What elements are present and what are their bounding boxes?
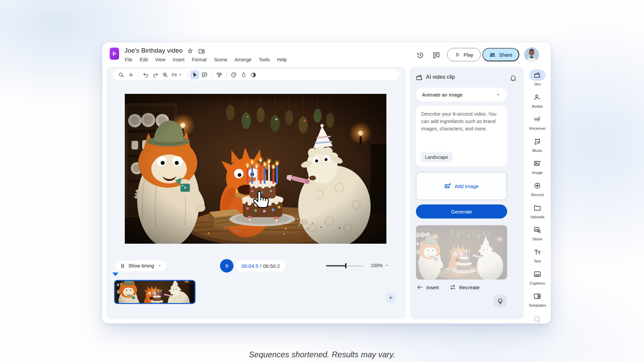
select-tool-icon[interactable] xyxy=(190,70,199,79)
menu-file[interactable]: File xyxy=(121,56,136,63)
vids-logo-icon[interactable] xyxy=(110,48,119,60)
rail-item-avatar[interactable]: Avatar xyxy=(524,92,551,108)
timeline-play-button[interactable] xyxy=(220,259,233,273)
toolbar-divider xyxy=(187,72,187,78)
redo-icon[interactable] xyxy=(151,70,160,79)
birthday-scene xyxy=(125,94,386,244)
music-icon xyxy=(529,136,545,147)
tip-icon xyxy=(497,298,504,305)
add-image-icon xyxy=(444,183,451,190)
paint-format-icon[interactable] xyxy=(215,70,224,79)
contrast-icon[interactable] xyxy=(249,70,258,79)
video-canvas[interactable] xyxy=(125,94,386,244)
rail-item-image[interactable]: Image xyxy=(524,158,551,175)
zoom-in-icon[interactable] xyxy=(161,70,170,79)
time-separator: / xyxy=(260,263,261,269)
editor-canvas-panel: Fit xyxy=(106,67,406,319)
page: Joe's Birthday video File Edit View Inse… xyxy=(0,0,644,362)
droplet-icon[interactable] xyxy=(239,70,248,79)
rail-item-uploads[interactable]: Uploads xyxy=(524,202,551,219)
add-scene-button[interactable] xyxy=(386,293,396,303)
avatar-tool-icon xyxy=(529,92,545,103)
edit-toolbar: Fit xyxy=(113,69,399,80)
fit-zoom-select[interactable]: Fit xyxy=(170,72,185,77)
prompt-card: Landscape xyxy=(416,106,507,167)
version-history-icon[interactable] xyxy=(416,51,425,60)
rail-item-templates[interactable]: Templates xyxy=(524,291,551,307)
record-icon xyxy=(529,180,545,191)
disclaimer-text: Sequences shortened. Results may vary. xyxy=(0,350,644,359)
menu-scene[interactable]: Scene xyxy=(210,56,231,63)
zoom-level-select[interactable]: 100% xyxy=(371,263,389,268)
add-icon[interactable] xyxy=(126,70,136,79)
document-title[interactable]: Joe's Birthday video xyxy=(124,47,182,54)
add-image-button[interactable]: Add image xyxy=(416,172,507,200)
menu-edit[interactable]: Edit xyxy=(136,56,152,63)
show-timing-icon xyxy=(120,263,125,269)
animation-mode-select[interactable]: Animate an image xyxy=(416,87,507,102)
app-window: Joe's Birthday video File Edit View Inse… xyxy=(102,43,551,323)
comments-icon[interactable] xyxy=(432,51,441,60)
panel-title: AI video clip xyxy=(426,74,455,80)
ai-clip-icon xyxy=(415,73,423,83)
move-folder-icon[interactable] xyxy=(198,47,205,56)
insert-arrow-icon xyxy=(417,284,423,291)
palette-icon[interactable] xyxy=(229,70,238,79)
veo-icon xyxy=(529,69,545,81)
stock-media-icon xyxy=(529,224,545,236)
prompt-input[interactable] xyxy=(416,106,507,143)
slider-fill xyxy=(326,265,345,266)
rail-item-music[interactable]: Music xyxy=(524,136,551,153)
share-button[interactable]: Share xyxy=(482,48,519,61)
menu-arrange[interactable]: Arrange xyxy=(231,56,255,63)
rail-item-stock[interactable]: Stock xyxy=(524,224,551,241)
ai-video-clip-panel: AI video clip Animate an image Landscape… xyxy=(410,67,524,319)
show-timing-button[interactable]: Show timing xyxy=(116,260,166,271)
timeline-playhead[interactable] xyxy=(112,273,118,276)
text-tool-icon xyxy=(529,246,545,258)
toolbar-divider xyxy=(138,72,139,78)
image-tool-icon xyxy=(529,158,545,169)
rail-item-captions[interactable]: Captions xyxy=(524,268,551,285)
scene-thumbnail-selected[interactable] xyxy=(114,280,196,304)
generate-button[interactable]: Generate xyxy=(416,204,507,219)
rail-item-partial xyxy=(524,315,551,323)
toolbar-divider xyxy=(226,72,227,78)
add-comment-icon[interactable] xyxy=(200,70,209,79)
voiceover-icon xyxy=(529,114,545,125)
account-avatar[interactable] xyxy=(524,47,539,62)
star-icon[interactable] xyxy=(187,48,194,56)
aspect-ratio-chip[interactable]: Landscape xyxy=(421,152,452,162)
tips-button[interactable] xyxy=(493,294,507,308)
captions-icon xyxy=(529,268,545,280)
rail-item-voiceover[interactable]: Voiceover xyxy=(524,114,551,130)
insert-button[interactable]: Insert xyxy=(417,284,439,291)
search-icon[interactable] xyxy=(117,70,126,79)
rail-item-veo[interactable]: Veo xyxy=(524,69,551,86)
play-icon xyxy=(454,52,461,58)
rail-item-text[interactable]: Text xyxy=(524,246,551,263)
rail-item-record[interactable]: Record xyxy=(524,180,551,197)
caret-down-icon xyxy=(178,72,183,77)
play-button[interactable]: Play xyxy=(447,48,481,61)
menu-help[interactable]: Help xyxy=(273,56,290,63)
toolbar-divider xyxy=(212,72,212,78)
menu-tools[interactable]: Tools xyxy=(255,56,274,63)
time-display: 00:04.5 / 06:50.2 xyxy=(236,260,285,272)
current-time: 00:04.5 xyxy=(241,263,258,269)
total-duration: 06:50.2 xyxy=(263,263,280,269)
menu-format[interactable]: Format xyxy=(188,56,210,63)
slider-track xyxy=(347,265,364,266)
timeline-zoom-slider[interactable] xyxy=(326,263,364,268)
slider-handle[interactable] xyxy=(345,263,346,268)
generated-clip-preview[interactable] xyxy=(416,225,507,280)
undo-icon[interactable] xyxy=(141,70,150,79)
caret-down-icon xyxy=(384,263,389,268)
menubar: File Edit View Insert Format Scene Arran… xyxy=(121,56,290,63)
menu-view[interactable]: View xyxy=(152,56,169,63)
recreate-button[interactable]: Recreate xyxy=(449,284,480,291)
menu-insert[interactable]: Insert xyxy=(169,56,188,63)
bell-icon[interactable] xyxy=(508,73,518,82)
recreate-icon xyxy=(449,284,456,291)
caret-down-icon xyxy=(157,263,162,268)
